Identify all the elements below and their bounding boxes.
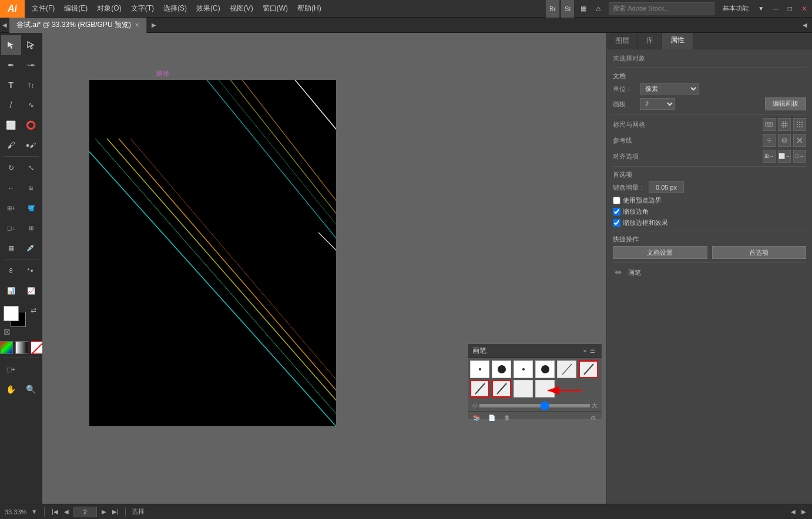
rectangle-tool[interactable]: ⬜ [1, 115, 21, 135]
tab-close-btn[interactable]: ✕ [135, 22, 139, 28]
perspective-tool[interactable]: ◻⟂ [1, 218, 21, 238]
zoom-tool[interactable]: 🔍 [21, 379, 41, 399]
prefs-btn[interactable]: 首选项 [712, 246, 807, 259]
close-btn[interactable]: ✕ [797, 0, 812, 18]
shape-builder-tool[interactable]: ⊞+ [1, 198, 21, 218]
fill-color-box[interactable] [4, 306, 19, 321]
live-paint-tool[interactable]: 🪣 [21, 198, 41, 218]
tab-layers[interactable]: 图层 [607, 33, 638, 49]
gradient-mode-btn[interactable] [15, 341, 28, 354]
type-tool[interactable]: T [1, 75, 21, 95]
page-number-input[interactable] [73, 507, 97, 517]
restore-btn[interactable]: □ [783, 0, 797, 18]
brush-size-slider[interactable] [479, 404, 590, 407]
doc-settings-btn[interactable]: 文档设置 [613, 246, 707, 259]
workspace-chevron[interactable]: ▼ [753, 0, 769, 18]
brush-cell-5[interactable] [579, 360, 598, 378]
scale-tool[interactable]: ⤡ [21, 158, 41, 178]
panel-collapse-btn[interactable]: ◀ [800, 22, 810, 28]
brush-cell-7[interactable] [492, 380, 511, 397]
direct-select-tool[interactable] [21, 35, 41, 55]
brush-libraries-btn[interactable]: 📚 [470, 413, 483, 423]
symbol-sprayer-tool[interactable]: *✦ [21, 261, 41, 281]
brush-cell-6[interactable] [470, 380, 489, 397]
type-touch-tool[interactable]: T↕ [21, 75, 41, 95]
menu-edit[interactable]: 编辑(E) [59, 0, 92, 18]
brush-cell-4[interactable] [557, 360, 576, 378]
scale-corners-checkbox[interactable] [613, 208, 620, 215]
bar-graph-tool[interactable]: 📈 [21, 281, 41, 301]
align-selection-btn[interactable]: □→ [793, 150, 806, 163]
menu-effect[interactable]: 效果(C) [192, 0, 225, 18]
pen-tool[interactable]: ✒ [1, 55, 21, 75]
mesh-tool[interactable]: ⊞ [21, 218, 41, 238]
select-tool[interactable] [1, 35, 21, 55]
eyedropper-tool[interactable]: 💉 [21, 238, 41, 258]
color-mode-btn[interactable] [0, 341, 13, 354]
menu-file[interactable]: 文件(F) [27, 0, 59, 18]
edit-canvas-btn[interactable]: 编辑画板 [765, 97, 806, 110]
canvas-select[interactable]: 2 [640, 98, 675, 110]
brush-new-btn[interactable]: 📄 [485, 413, 498, 423]
tab-library[interactable]: 库 [638, 33, 662, 49]
brush-panel-expand-btn[interactable]: » [581, 348, 588, 354]
menu-select[interactable]: 选择(S) [159, 0, 192, 18]
blob-brush-tool[interactable]: ●🖌 [21, 135, 41, 155]
zoom-dropdown-btn[interactable]: ▼ [30, 508, 38, 515]
menu-help[interactable]: 帮助(H) [293, 0, 326, 18]
tab-main[interactable]: 尝试.ai* @ 33.33% (RGB/GPU 预览) ✕ [9, 18, 147, 33]
bridge-btn[interactable]: Br [546, 0, 559, 18]
guide-add-icon-btn[interactable] [763, 134, 776, 147]
menu-view[interactable]: 视图(V) [225, 0, 258, 18]
brush-cell-1[interactable] [492, 360, 511, 378]
unit-select[interactable]: 像素 [640, 83, 699, 95]
nav-back-btn[interactable]: ◀ [63, 508, 70, 515]
hand-tool[interactable]: ✋ [1, 379, 21, 399]
view-icon[interactable]: ▦ [576, 0, 591, 18]
nav-prev-btn[interactable]: |◀ [51, 508, 59, 515]
brush-panel-menu-btn[interactable]: ☰ [588, 348, 597, 354]
none-mode-btn[interactable] [31, 341, 43, 354]
grid-icon-btn[interactable] [778, 118, 791, 131]
menu-object[interactable]: 对象(O) [92, 0, 126, 18]
tab-right-arrow[interactable]: ▶ [149, 22, 159, 28]
guide-clear-icon-btn[interactable] [793, 134, 806, 147]
tab-properties[interactable]: 属性 [662, 33, 693, 49]
scale-stroke-checkbox[interactable] [613, 219, 620, 227]
brush-cell-0[interactable] [470, 360, 489, 378]
nav-next-btn[interactable]: ▶| [111, 508, 120, 515]
brush-cell-3[interactable] [535, 360, 555, 378]
artboard-tool[interactable]: ⬚+ [1, 359, 21, 379]
align-key-object-btn[interactable]: ⊞→ [763, 150, 776, 163]
brush-options-btn[interactable]: ⚙ [586, 413, 599, 423]
menu-window[interactable]: 窗口(W) [258, 0, 293, 18]
curvature-tool[interactable]: ~✒ [21, 55, 41, 75]
workspace-label[interactable]: 基本功能 [718, 0, 753, 18]
canvas-area[interactable]: 路径 [42, 33, 606, 504]
nav-forward-btn[interactable]: ▶ [100, 508, 108, 515]
dotgrid-icon-btn[interactable] [793, 118, 806, 131]
gradient-tool[interactable]: ▦ [1, 238, 21, 258]
color-reset-icon[interactable]: ⊠ [4, 327, 11, 336]
menu-type[interactable]: 文字(T) [126, 0, 159, 18]
brush-cell-8[interactable] [514, 380, 533, 397]
column-graph-tool[interactable]: 📊 [1, 281, 21, 301]
color-swap-icon[interactable]: ⇄ [31, 306, 36, 314]
blend-tool[interactable]: 8 [1, 261, 21, 281]
minimize-btn[interactable]: ─ [769, 0, 783, 18]
preview-edge-checkbox[interactable] [613, 197, 620, 204]
brush-delete-btn[interactable]: 🗑 [501, 413, 514, 423]
warp-tool[interactable]: ≋ [21, 178, 41, 198]
rotate-tool[interactable]: ↻ [1, 158, 21, 178]
arrange-icon[interactable]: ⌂ [591, 0, 605, 18]
ruler-icon-btn[interactable] [763, 118, 776, 131]
ellipse-tool[interactable]: ⭕ [21, 115, 41, 135]
line-tool[interactable]: / [1, 95, 21, 115]
guide-align-icon-btn[interactable] [778, 134, 791, 147]
align-artboard-btn[interactable]: ⬜→ [778, 150, 791, 163]
brush-cell-2[interactable] [514, 360, 533, 378]
paintbrush-tool[interactable]: 🖌 [1, 135, 21, 155]
status-nav-right[interactable]: ▶ [800, 508, 807, 515]
tab-left-arrow[interactable]: ◀ [0, 22, 9, 28]
keyboard-increment-input[interactable] [649, 181, 684, 193]
